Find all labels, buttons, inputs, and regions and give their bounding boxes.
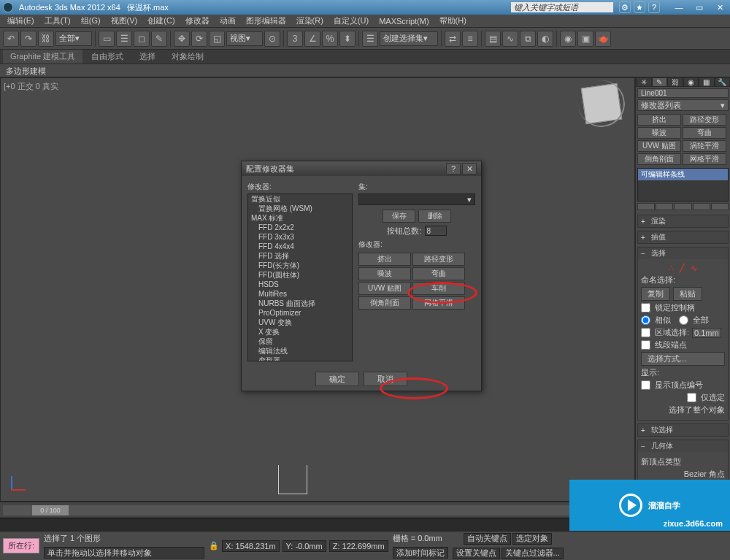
selset-field[interactable]: 选定对象 [512,533,552,545]
viewport-label[interactable]: [+0 正交 0 真实 [4,81,58,92]
remove-icon[interactable] [693,203,710,210]
dialog-close-button[interactable]: ✕ [462,163,477,174]
list-item[interactable]: 变形器 [248,356,352,361]
save-button[interactable]: 保存 [383,210,415,223]
menu-customize[interactable]: 自定义(U) [329,14,373,28]
undo-icon[interactable]: ↶ [3,31,19,47]
spinsnap-icon[interactable]: ⬍ [339,31,356,47]
schematic-icon[interactable]: ⧉ [520,31,536,47]
rollout-interp[interactable]: 插值 [638,231,728,243]
addtag-input[interactable]: 添加时间标记 [393,547,448,559]
redo-icon[interactable]: ↷ [20,31,36,47]
similar-radio[interactable] [641,315,650,325]
pivot-icon[interactable]: ⊙ [264,31,280,47]
menu-animation[interactable]: 动画 [215,14,240,28]
showend-icon[interactable] [656,203,673,210]
list-item[interactable]: 置换近似 [248,194,352,204]
anglesnap-icon[interactable]: ∠ [304,31,320,47]
filter-select[interactable]: 全部 ▾ [55,31,92,46]
areasel-checkbox[interactable] [641,328,650,337]
setbtn-1[interactable]: 路径变形 [412,253,465,266]
mod-bend[interactable]: 弯曲 [683,127,726,139]
selway-button[interactable]: 选择方式... [641,352,725,366]
rendersetup-icon[interactable]: ◉ [560,31,576,47]
list-item[interactable]: FFD 2x2x2 [248,223,352,232]
render-icon[interactable]: 🫖 [595,31,611,47]
setbtn-3[interactable]: 弯曲 [412,267,465,280]
menu-grapheditors[interactable]: 图形编辑器 [242,14,291,28]
coord-x[interactable]: X: 1548.231m [222,540,280,552]
setbtn-0[interactable]: 挤出 [358,253,411,266]
list-item[interactable]: HSDS [248,280,352,289]
setbtn-5[interactable]: 车削 [412,282,465,295]
autokey-button[interactable]: 自动关键点 [464,533,511,545]
menu-help[interactable]: 帮助(H) [435,14,471,28]
list-item[interactable]: MultiRes [248,289,352,299]
paste-button[interactable]: 粘贴 [673,287,702,301]
mod-pathdeform[interactable]: 路径变形 [683,114,726,126]
list-item[interactable]: FFD 选择 [248,251,352,261]
ribbon-tab-select[interactable]: 选择 [132,50,163,64]
rollout-softsel[interactable]: 软选择 [638,424,728,436]
modifiers-listbox[interactable]: 置换近似置换网格 (WSM)MAX 标准FFD 2x2x2FFD 3x3x3FF… [247,193,353,361]
tab-create-icon[interactable]: ✳ [636,77,652,87]
tab-modify-icon[interactable]: ✎ [652,77,668,87]
rowlabel-button[interactable]: 所在行: [3,538,39,553]
list-item[interactable]: UVW 变换 [248,318,352,327]
curveeditor-icon[interactable]: ∿ [502,31,518,47]
refcoord-select[interactable]: 视图 ▾ [226,31,263,46]
pctsnap-icon[interactable]: % [322,31,338,47]
list-item[interactable]: 保留 [248,337,352,346]
list-item[interactable]: MAX 标准 [248,213,352,223]
setbtn-6[interactable]: 倒角剖面 [358,296,411,310]
menu-create[interactable]: 创建(C) [143,14,179,28]
selectpaint-icon[interactable]: ✎ [151,31,167,47]
list-item[interactable]: NURBS 曲面选择 [248,299,352,308]
list-item[interactable]: FFD 3x3x3 [248,232,352,242]
selonly-checkbox[interactable] [687,393,696,402]
modifier-stack[interactable]: 可编辑样条线 [637,168,729,202]
time-slider[interactable]: 0 / 100 [0,502,635,518]
align-icon[interactable]: ≡ [462,31,478,47]
cancel-button[interactable]: 取消 [364,372,407,386]
namedselset-select[interactable]: 创建选择集 ▾ [380,31,438,46]
rollout-geom[interactable]: 几何体 [638,440,728,452]
modifier-list-dropdown[interactable]: 修改器列表▾ [637,99,729,111]
sets-dropdown[interactable]: ▾ [358,193,475,205]
link-icon[interactable]: ⛓ [38,31,54,47]
coord-z[interactable]: Z: 122.699mm [329,540,388,552]
setbtn-2[interactable]: 噪波 [358,267,411,280]
frame-thumb[interactable]: 0 / 100 [32,505,69,515]
list-item[interactable]: FFD(长方体) [248,261,352,270]
selectname-icon[interactable]: ☰ [116,31,132,47]
copy-button[interactable]: 复制 [641,287,670,301]
list-item[interactable]: 编辑法线 [248,346,352,356]
stack-item[interactable]: 可编辑样条线 [638,169,728,180]
list-item[interactable]: X 变换 [248,327,352,337]
viewcube[interactable] [581,83,622,124]
tab-motion-icon[interactable]: ◉ [683,77,699,87]
layers-icon[interactable]: ▤ [485,31,501,47]
menu-tools[interactable]: 工具(T) [40,14,75,28]
snap3-icon[interactable]: 3 [287,31,303,47]
setkey-button[interactable]: 设置关键点 [453,548,500,559]
menu-rendering[interactable]: 渲染(R) [292,14,328,28]
delete-button[interactable]: 删除 [418,210,451,223]
mod-extrude[interactable]: 挤出 [637,114,681,126]
maximize-button[interactable]: ▭ [692,3,707,12]
showvert-checkbox[interactable] [641,380,650,390]
rotate-icon[interactable]: ⟳ [191,31,207,47]
ok-button[interactable]: 确定 [315,372,359,386]
tab-hierarchy-icon[interactable]: ⛓ [667,77,683,87]
unique-icon[interactable] [674,203,691,210]
mod-meshsmooth[interactable]: 网格平滑 [683,153,726,165]
search-input[interactable]: 键入关键字或短语 [511,2,613,12]
list-item[interactable]: FFD(圆柱体) [248,270,352,280]
help-icon[interactable]: ? [648,1,660,13]
tab-utilities-icon[interactable]: 🔧 [715,77,731,87]
list-item[interactable]: ProOptimizer [248,308,352,318]
totalbtns-spinner[interactable]: 8 [425,226,447,236]
rollout-render[interactable]: 渲染 [638,215,728,227]
all-radio[interactable] [679,315,688,325]
selectrect-icon[interactable]: ◻ [134,31,150,47]
